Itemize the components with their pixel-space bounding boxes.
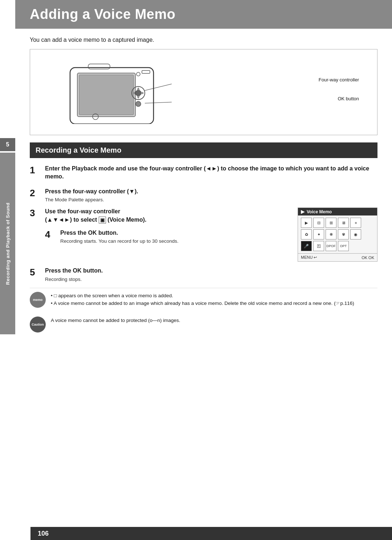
step-1-content: Enter the Playback mode and use the four…	[45, 165, 377, 182]
screenshot-ok: OK OK	[362, 255, 374, 260]
step-3-wrapper: 3 Use the four-way controller(▲▼◄►) to s…	[30, 207, 290, 249]
caution-text: A voice memo cannot be added to protecte…	[51, 317, 180, 325]
screenshot-title: Voice Memo	[307, 209, 332, 214]
svg-point-6	[135, 90, 141, 96]
icon-voice-memo: 🎤	[301, 241, 312, 251]
svg-rect-13	[88, 64, 110, 69]
svg-line-14	[145, 84, 172, 90]
step-3-layout: 3 Use the four-way controller(▲▼◄►) to s…	[30, 207, 377, 262]
svg-rect-4	[142, 70, 150, 73]
svg-point-3	[136, 72, 140, 76]
step-2-sub: The Mode Palette appears.	[45, 197, 377, 202]
page-footer: 106	[30, 527, 392, 540]
icon-transfer: 🖥	[338, 218, 349, 228]
section-title: Recording a Voice Memo	[36, 146, 372, 154]
step-3-title: Use the four-way controller(▲▼◄►) to sel…	[45, 207, 290, 224]
screenshot-menu: MENU ↩	[301, 255, 317, 260]
step-4-content: Press the OK button. Recording starts. Y…	[60, 229, 290, 244]
screenshot-footer: MENU ↩ OK OK	[298, 253, 377, 261]
svg-marker-8	[137, 96, 140, 99]
title-header: Adding a Voice Memo	[15, 0, 392, 29]
step-4-sub: Recording starts. You can record for up …	[60, 238, 290, 244]
mode-palette-screenshot: ▶ Voice Memo ▶ ⊟ ⊞ 🖥 ⋄ ✿ ✦	[298, 207, 377, 262]
step-2: 2 Press the four-way controller (▼). The…	[30, 188, 377, 202]
step-1-number: 1	[30, 165, 40, 175]
icon-grid: ⊞	[326, 218, 336, 228]
caution-note: Caution A voice memo cannot be added to …	[30, 313, 377, 336]
main-content: Adding a Voice Memo You can add a voice …	[15, 0, 392, 540]
section-header: Recording a Voice Memo	[30, 142, 377, 158]
screenshot-row-1: ▶ ⊟ ⊞ 🖥 ⋄	[301, 218, 374, 228]
sidebar: 5 Recording and Playback of Sound	[0, 0, 15, 540]
memo-icon: memo	[30, 292, 46, 308]
screenshot-grid: ▶ ⊟ ⊞ 🖥 ⋄ ✿ ✦ ❋ ✾ ◉	[298, 215, 377, 253]
memo-bullets: □ appears on the screen when a voice mem…	[51, 292, 354, 307]
label-four-way: Four-way controller	[319, 77, 359, 82]
icon-leaf: ✾	[338, 229, 349, 239]
icon-sparkle: ❋	[326, 229, 336, 239]
step-5-title: Press the OK button.	[45, 267, 377, 275]
icon-key: ⚿	[313, 241, 324, 251]
step-4-title: Press the OK button.	[60, 229, 290, 237]
chapter-number: 5	[0, 138, 15, 151]
svg-rect-2	[79, 75, 134, 115]
caution-label: Caution	[32, 323, 44, 326]
step-2-number: 2	[30, 188, 40, 198]
memo-text: □ appears on the screen when a voice mem…	[51, 292, 354, 307]
icon-slide: ⊟	[313, 218, 324, 228]
page-number: 106	[38, 530, 49, 537]
screenshot-row-3: 🎤 ⚿ DPOF OPT	[301, 241, 374, 251]
memo-bullet-1: □ appears on the screen when a voice mem…	[51, 292, 354, 300]
svg-marker-10	[142, 92, 144, 94]
step-4-number: 4	[45, 230, 55, 239]
screenshot-row-2: ✿ ✦ ❋ ✾ ◉	[301, 229, 374, 239]
step-1-title: Enter the Playback mode and use the four…	[45, 165, 377, 181]
screenshot-header: ▶ Voice Memo	[298, 208, 377, 215]
memo-bullet-2: A voice memo cannot be added to an image…	[51, 299, 354, 307]
step-2-content: Press the four-way controller (▼). The M…	[45, 188, 377, 202]
icon-dpof: DPOF	[326, 241, 336, 251]
caution-icon: Caution	[30, 317, 46, 333]
camera-svg	[59, 57, 197, 124]
step-5-sub: Recording stops.	[45, 277, 377, 282]
icon-options: OPT	[338, 241, 349, 251]
step-3-content: Use the four-way controller(▲▼◄►) to sel…	[45, 207, 290, 249]
step-5-number: 5	[30, 267, 40, 277]
icon-zoom: ⋄	[350, 218, 361, 228]
camera-illustration: Four-way controller OK button	[41, 57, 366, 128]
step-4: 4 Press the OK button. Recording starts.…	[45, 229, 290, 244]
icon-playback: ▶	[301, 218, 312, 228]
step-3-number: 3	[30, 208, 40, 218]
sidebar-label: Recording and Playback of Sound	[5, 202, 11, 285]
icon-settings: ✿	[301, 229, 312, 239]
svg-line-15	[145, 102, 172, 103]
sidebar-label-container: Recording and Playback of Sound	[0, 153, 15, 334]
memo-note: memo □ appears on the screen when a voic…	[30, 288, 377, 311]
label-ok-button: OK button	[338, 96, 359, 101]
icon-star: ✦	[313, 229, 324, 239]
camera-diagram-box: Four-way controller OK button	[30, 49, 377, 135]
intro-text: You can add a voice memo to a captured i…	[30, 37, 377, 43]
icon-eye: ◉	[350, 229, 361, 239]
svg-point-11	[136, 101, 141, 106]
memo-label: memo	[33, 298, 43, 302]
page-title: Adding a Voice Memo	[30, 7, 377, 22]
step-2-title: Press the four-way controller (▼).	[45, 188, 377, 196]
step-5: 5 Press the OK button. Recording stops.	[30, 267, 377, 282]
svg-marker-7	[137, 87, 140, 90]
step-1: 1 Enter the Playback mode and use the fo…	[30, 165, 377, 182]
step-5-content: Press the OK button. Recording stops.	[45, 267, 377, 282]
content-area: You can add a voice memo to a captured i…	[15, 29, 392, 343]
